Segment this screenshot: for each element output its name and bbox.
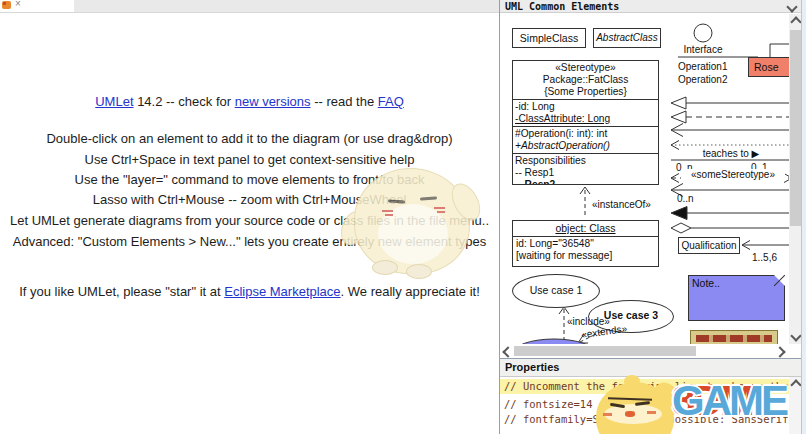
mascot-blush	[437, 211, 445, 213]
mascot-belly	[378, 204, 448, 264]
faq-link[interactable]: FAQ	[378, 94, 404, 109]
logo-game: GAME	[672, 378, 786, 424]
properties-title: Properties	[505, 361, 559, 373]
object-class-body: id: Long="36548" [waiting for message]	[513, 237, 658, 263]
mascot-blush	[385, 214, 393, 216]
tab-close-icon[interactable]: ×	[15, 0, 21, 10]
palette-element-abstract-class[interactable]: AbstractClass	[593, 28, 661, 48]
fat-class-responsibilities: Responsibilities -- Resp1 -- Resp2	[513, 154, 658, 185]
scroll-down-icon[interactable]	[790, 330, 801, 341]
mascot-blush	[434, 207, 445, 209]
diagram-canvas[interactable]: × UMLet 14.2 -- check for new versions -…	[0, 0, 499, 434]
palette-hscroll-thumb[interactable]	[514, 346, 696, 356]
tab-bar: ×	[0, 0, 499, 13]
diagram-tab[interactable]: ×	[0, 0, 74, 12]
palette-element-rose-class[interactable]: Rose	[748, 57, 790, 77]
mascot-foot	[406, 264, 432, 279]
interface-label: Interface	[672, 44, 734, 55]
note-text: Note..	[692, 277, 720, 289]
palette-element-note[interactable]: Note..	[688, 275, 785, 321]
fat-class-attributes: -id: Long -ClassAttribute: Long	[513, 100, 658, 127]
realization-arrow-icon	[671, 111, 686, 123]
welcome-version-text: 14.2 -- check for	[134, 94, 235, 109]
aggregation-diamond-icon	[671, 223, 691, 233]
instanceof-label: «instanceOf»	[592, 199, 651, 210]
palette-element-object-class[interactable]: object: Class id: Long="36548" [waiting …	[512, 220, 659, 267]
star-request-line: If you like UMLet, please "star" it at E…	[0, 284, 499, 299]
some-stereotype-label: «someStereotype»	[681, 169, 785, 180]
star-text: If you like UMLet, please "star" it at	[19, 284, 224, 299]
tip-double-click: Double-click on an element to add it to …	[0, 131, 499, 146]
object-class-title: object: Class	[513, 221, 658, 237]
palette-horizontal-scrollbar[interactable]	[500, 344, 788, 358]
star-text2: . We really appreciate it!	[341, 284, 480, 299]
chick-cheek	[603, 413, 612, 416]
palette-element-fat-class[interactable]: «Stereotype» Package::FatClass {Some Pro…	[512, 60, 659, 185]
3dmgame-watermark: 3DMGAME	[588, 372, 806, 434]
eclipse-marketplace-link[interactable]: Eclipse Marketplace	[224, 284, 340, 299]
welcome-version-line: UMLet 14.2 -- check for new versions -- …	[0, 94, 499, 109]
new-versions-link[interactable]: new versions	[235, 94, 311, 109]
scroll-up-icon[interactable]	[790, 16, 801, 27]
tan-box-text-smudge	[696, 335, 772, 342]
fat-class-header: «Stereotype» Package::FatClass {Some Pro…	[513, 61, 658, 100]
chick-beak-icon	[625, 411, 635, 417]
mascot-foot	[372, 260, 398, 275]
palette-vscroll-thumb[interactable]	[790, 30, 801, 226]
palette-panel: UML Common Elements	[499, 0, 802, 358]
palette-element-use-case-1[interactable]: Use case 1	[512, 274, 600, 308]
palette-header[interactable]: UML Common Elements	[500, 0, 801, 13]
interface-lollipop-icon	[694, 24, 712, 42]
diagram-tab-icon	[2, 1, 11, 9]
window-edge-strip	[801, 0, 806, 434]
palette-title: UML Common Elements	[505, 1, 619, 12]
multiplicity-156-label: 1..5,6	[752, 252, 777, 263]
generalization-arrow-icon	[671, 97, 686, 109]
palette-element-partial-tan-box[interactable]	[690, 330, 778, 344]
scroll-right-icon[interactable]	[774, 346, 785, 357]
interface-operation2: Operation2	[678, 74, 727, 85]
palette-canvas[interactable]: SimpleClass AbstractClass «Stereotype» P…	[500, 13, 801, 344]
chevron-down-icon[interactable]	[786, 1, 797, 12]
tip-ctrl-space: Use Ctrl+Space in text panel to get cont…	[0, 152, 499, 167]
fat-class-operations: #Operation(i: int): int +AbstractOperati…	[513, 127, 658, 154]
filled-triangle-arrow-icon	[671, 207, 687, 220]
palette-element-qualification[interactable]: Qualification	[678, 237, 740, 254]
mascot-blush	[382, 210, 393, 212]
teaches-to-label: teaches to ▶	[672, 148, 790, 159]
multiplicity-0n-label2: 0..n	[677, 193, 694, 204]
palette-element-simple-class[interactable]: SimpleClass	[512, 28, 586, 48]
interface-operation1: Operation1	[678, 61, 727, 72]
mascot-watermark	[338, 166, 478, 280]
chick-cheek	[647, 411, 656, 414]
scroll-left-icon[interactable]	[502, 346, 513, 357]
umlet-link[interactable]: UMLet	[95, 94, 133, 109]
welcome-version-text2: -- read the	[311, 94, 378, 109]
